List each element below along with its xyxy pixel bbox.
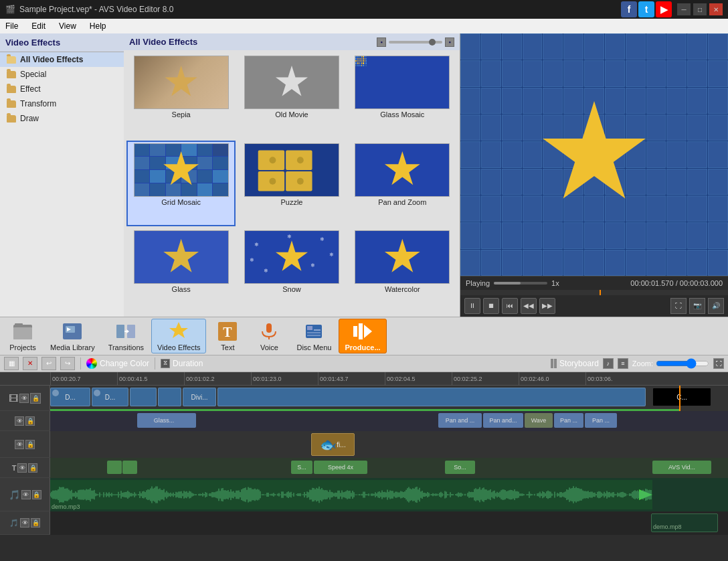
voice-button[interactable]: Voice bbox=[249, 319, 289, 353]
effect-watercolor[interactable]: Watercolor bbox=[348, 228, 457, 314]
stop-button[interactable]: ⏹ bbox=[483, 298, 499, 314]
forward-button[interactable]: ▶▶ bbox=[539, 298, 555, 314]
eye-button-5[interactable]: 👁 bbox=[21, 490, 31, 499]
effect-panzoom[interactable]: Pan and Zoom bbox=[348, 141, 457, 227]
menu-view[interactable]: View bbox=[56, 20, 79, 32]
ruler-mark-1: 00:00:20.7 bbox=[50, 372, 117, 385]
expand-button[interactable]: ⛶ bbox=[670, 298, 687, 314]
media-library-button[interactable]: Media Library bbox=[44, 319, 101, 353]
menu-help[interactable]: Help bbox=[87, 20, 109, 32]
storyboard-button[interactable]: Storyboard bbox=[551, 359, 599, 368]
prev-button[interactable]: ⏮ bbox=[502, 298, 518, 314]
clip-text-s3[interactable]: S... bbox=[291, 461, 312, 474]
grid-view-button[interactable]: ▦ bbox=[4, 357, 19, 370]
rewind-button[interactable]: ◀◀ bbox=[521, 298, 537, 314]
clip-text-s[interactable] bbox=[107, 461, 122, 474]
video-playhead bbox=[679, 386, 680, 411]
lock-button-1[interactable]: 🔒 bbox=[30, 393, 41, 404]
clip-effect-2[interactable] bbox=[184, 413, 196, 428]
clip-so[interactable]: So... bbox=[445, 461, 475, 474]
clip-d2[interactable]: D... bbox=[92, 388, 128, 406]
fullscreen-button[interactable]: ⛶ bbox=[713, 358, 724, 369]
produce-button[interactable]: Produce... bbox=[339, 319, 386, 353]
size-large-button[interactable]: ▪ bbox=[445, 37, 454, 47]
twitter-icon[interactable]: t bbox=[638, 1, 654, 17]
clip-pan-zoom-1[interactable]: Pan and ... bbox=[438, 413, 482, 428]
minimize-button[interactable]: ─ bbox=[677, 3, 691, 15]
audio-track: 🎵 👁 🔒 for(let i=0; i<900; i+=3) { const … bbox=[0, 478, 728, 511]
duration-button[interactable]: ⧖ Duration bbox=[161, 359, 203, 368]
clip-c[interactable]: C... bbox=[652, 388, 711, 406]
clip-pan-2[interactable]: Pan ... bbox=[585, 413, 617, 428]
audio-settings-button[interactable]: ♪ bbox=[603, 358, 614, 369]
transitions-button[interactable]: Transitions bbox=[102, 319, 150, 353]
lock-button-2[interactable]: 🔒 bbox=[25, 416, 35, 426]
properties-button[interactable]: ≡ bbox=[618, 358, 628, 369]
close-button[interactable]: ✕ bbox=[709, 3, 723, 15]
effect-sepia[interactable]: Sepia bbox=[126, 53, 236, 139]
volume-button[interactable]: 🔊 bbox=[708, 298, 724, 314]
lock-button-4[interactable]: 🔒 bbox=[28, 463, 37, 473]
clip-v4[interactable] bbox=[158, 388, 181, 406]
menu-file[interactable]: File bbox=[3, 20, 21, 32]
clip-pan-zoom-2[interactable]: Pan and... bbox=[483, 413, 523, 428]
redo-button[interactable]: ↪ bbox=[60, 357, 75, 370]
projects-button[interactable]: Projects bbox=[3, 319, 43, 353]
undo-button[interactable]: ↩ bbox=[41, 357, 56, 370]
effect-puzzle[interactable]: Puzzle bbox=[237, 141, 346, 227]
nav-special[interactable]: Special bbox=[0, 67, 124, 82]
nav-effect[interactable]: Effect bbox=[0, 82, 124, 96]
eye-button-2[interactable]: 👁 bbox=[15, 416, 24, 426]
lock-button-6[interactable]: 🔒 bbox=[31, 518, 40, 528]
audio-track-2-content[interactable]: demo.mp8 bbox=[50, 511, 728, 535]
nav-transform[interactable]: Transform bbox=[0, 96, 124, 111]
effect-gridmosaic[interactable]: Grid Mosaic bbox=[126, 141, 236, 227]
delete-button[interactable]: ✕ bbox=[23, 357, 37, 370]
clip-v3[interactable] bbox=[130, 388, 157, 406]
clip-fish[interactable]: 🐟fi... bbox=[311, 433, 355, 456]
video-track-content[interactable]: D... D... Divi... C... bbox=[50, 386, 728, 411]
effect-oldmovie[interactable]: Old Movie bbox=[237, 53, 346, 139]
eye-button-6[interactable]: 👁 bbox=[20, 518, 29, 528]
lock-button-3[interactable]: 🔒 bbox=[25, 440, 35, 449]
clip-speed[interactable]: Speed 4x bbox=[314, 461, 367, 474]
change-color-button[interactable]: Change Color bbox=[86, 358, 149, 369]
zoom-slider[interactable] bbox=[656, 358, 709, 369]
size-small-button[interactable]: ▪ bbox=[377, 37, 386, 47]
clip-wave[interactable]: Wave bbox=[525, 413, 553, 428]
video-effects-button[interactable]: Video Effects bbox=[151, 319, 206, 353]
clip-long[interactable] bbox=[217, 388, 646, 406]
snapshot-button[interactable]: 📷 bbox=[689, 298, 705, 314]
effects-track-content[interactable]: Glass... Pan and ... Pan and... Wave Pan… bbox=[50, 411, 728, 431]
clip-text-s2[interactable] bbox=[122, 461, 137, 474]
app-icon: 🎬 bbox=[5, 5, 15, 14]
eye-button-3[interactable]: 👁 bbox=[15, 440, 24, 449]
effect-glass[interactable]: Glass bbox=[126, 228, 236, 314]
image-track-content[interactable]: 🐟fi... bbox=[50, 431, 728, 458]
scrubber-bar[interactable] bbox=[460, 290, 728, 295]
svg-rect-24 bbox=[307, 326, 312, 330]
pause-button[interactable]: ⏸ bbox=[464, 298, 480, 314]
text-button[interactable]: T Text bbox=[207, 319, 248, 353]
youtube-icon[interactable]: ▶ bbox=[656, 1, 672, 17]
clip-d1[interactable]: D... bbox=[50, 388, 90, 406]
audio-filename-2: demo.mp8 bbox=[653, 524, 682, 530]
eye-button-4[interactable]: 👁 bbox=[17, 463, 27, 473]
audio-track-content[interactable]: for(let i=0; i<900; i+=3) { const h = Ma… bbox=[50, 478, 728, 511]
nav-all-effects[interactable]: All Video Effects bbox=[0, 52, 124, 67]
nav-draw[interactable]: Draw bbox=[0, 111, 124, 126]
maximize-button[interactable]: □ bbox=[693, 3, 707, 15]
clip-divi[interactable]: Divi... bbox=[183, 388, 216, 406]
text-track-content[interactable]: S... Speed 4x So... AVS Vid... bbox=[50, 458, 728, 478]
lock-button-5[interactable]: 🔒 bbox=[32, 490, 41, 499]
eye-button-1[interactable]: 👁 bbox=[19, 394, 29, 403]
effect-snow[interactable]: ❄ ❄ ❄ ❄ ❄ ❄ ❄ Snow bbox=[237, 228, 346, 314]
clip-avs[interactable]: AVS Vid... bbox=[652, 461, 711, 474]
menu-edit[interactable]: Edit bbox=[29, 20, 48, 32]
clip-pan-1[interactable]: Pan ... bbox=[554, 413, 583, 428]
disc-menu-button[interactable]: Disc Menu bbox=[290, 319, 337, 353]
clip-glass-effect[interactable]: Glass... bbox=[137, 413, 191, 428]
facebook-icon[interactable]: f bbox=[621, 1, 637, 17]
clip-audio-2[interactable]: demo.mp8 bbox=[651, 513, 718, 532]
effect-glassmosaic[interactable]: Glass Mosaic bbox=[348, 53, 457, 139]
